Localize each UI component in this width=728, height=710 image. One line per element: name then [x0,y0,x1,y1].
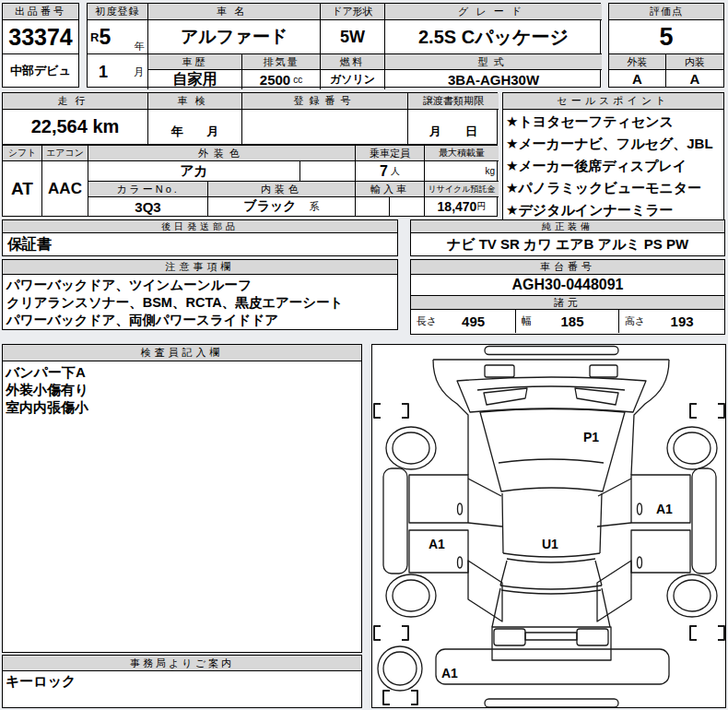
mileage-header: 走行 [3,93,148,110]
chassis-number: AGH30-0448091 [411,275,724,296]
fuel-header: 燃料 [321,54,384,70]
mileage-value: 22,564 km [3,110,148,144]
grade-header: グレード [385,4,602,20]
notes-box: 注意事項欄 パワーバックドア、ツインムーンルーフ クリアランスソナー、BSM、R… [2,259,398,330]
oem-equipment-value: ナビ TV SR カワ エアB アルミ PS PW [411,233,724,255]
aircon-col: エアコン AAC [42,146,88,216]
inspector-note-line: バンパー下A [3,363,361,381]
damage-marker-windshield: P1 [583,431,599,444]
displacement-col: 排気量 2500 cc [242,54,320,89]
auction-sheet: 出品番号 33374 中部デビュ 初度登録 R 5 年 1 月 車名 アルファー… [0,0,728,710]
sales-point-item: ★メーカー後席ディスプレイ [503,155,723,177]
exterior-color-value: アカ [88,161,299,181]
note-line: パワーバックドア、両側パワースライドドア [3,312,397,329]
car-damage-diagram: P1 A1 U1 A1 A1 [371,344,726,708]
transfer-deadline-value: 月 日 [408,110,499,144]
inspector-note-line: 室内内張傷小 [3,398,361,416]
max-load-value: kg [425,161,499,182]
score-box: 評価点 5 外装 A 内装 A [608,3,724,88]
grade-value: 2.5S Cパッケージ [385,20,602,54]
spec-length: 長さ 495 [411,310,516,333]
chassis-header: 車台番号 [411,260,724,275]
note-line: パワーバックドア、ツインムーンルーフ [3,277,397,294]
specs-header: 諸元 [411,296,724,310]
first-registration-header: 初度登録 [88,4,147,20]
car-outline-drawing [372,345,725,707]
history-value: 自家用 [148,70,241,89]
auction-number-header: 出品番号 [3,4,78,20]
capacity-value: 7 人 [356,161,424,182]
chassis-box: 車台番号 AGH30-0448091 諸元 長さ 495 幅 185 高さ 19… [410,259,725,335]
score-value: 5 [609,20,723,54]
damage-marker-right-front-door: A1 [656,503,673,516]
spec-height: 高さ 193 [619,310,724,333]
damage-marker-rear-bumper: A1 [441,667,458,680]
inspection-header: 車検 [148,93,242,110]
fuel-value: ガソリン [321,70,384,89]
interior-color-value: ブラック 系 [208,197,355,216]
displacement-value: 2500 cc [242,70,320,89]
sales-points-box: セールスポイント ★トヨタセーフティセンス ★メーカーナビ、フルセグ、JBL ★… [502,92,724,224]
sales-point-item: ★デジタルインナーミラー [503,199,723,221]
colors-col: 外装色 アカ カラーNo. 内装色 3Q3 ブラック 系 [88,146,356,216]
car-name-col: 車名 アルファード 車歴 自家用 排気量 2500 cc [148,4,321,89]
model-code-value: 3BA-AGH30W [385,70,602,89]
auction-venue: 中部デビュ [3,54,78,87]
displacement-header: 排気量 [242,54,320,70]
office-notice-line: キーロック [3,671,361,692]
transfer-deadline-header: 譲渡書類期限 [408,93,499,110]
auction-number-box: 出品番号 33374 中部デビュ [2,3,79,88]
recycle-deposit-header: リサイクル預託金 [425,182,499,197]
capacity-header: 乗車定員 [356,146,424,161]
registration-number-header: 登録番号 [242,93,408,110]
exterior-grade: A [609,70,665,87]
sales-points-header: セールスポイント [503,93,723,110]
mileage-registration-box: 走行 車検 登録番号 譲渡書類期限 22,564 km 年 月 月 日 [2,92,498,145]
first-registration-col: 初度登録 R 5 年 1 月 [88,4,148,89]
exterior-color-sub-cell [299,161,355,181]
aircon-header: エアコン [42,146,88,161]
oem-equipment-box: 純正装備 ナビ TV SR カワ エアB アルミ PS PW [410,219,725,256]
damage-marker-left-rear-door: A1 [429,538,445,551]
later-parts-header: 後日発送部品 [3,220,397,233]
office-notice-box: 事務局よりご案内 キーロック [2,655,362,708]
aircon-value: AAC [42,161,88,216]
max-load-col: 最大積載量 kg リサイクル預託金 18,470 円 [425,146,499,216]
shift-col: シフト AT [3,146,42,216]
grade-col: グレード 2.5S Cパッケージ 型式 3BA-AGH30W [385,4,602,89]
notes-header: 注意事項欄 [3,260,397,275]
damage-marker-floor: U1 [542,538,558,551]
history-col: 車歴 自家用 [148,54,242,89]
car-name: アルファード [148,20,320,54]
car-name-header: 車名 [148,4,320,20]
first-registration-month: 1 月 [88,54,147,89]
first-registration-year: R 5 年 [88,20,147,54]
sales-point-item: ★メーカーナビ、フルセグ、JBL [503,133,723,155]
import-car-cell-left [356,197,390,216]
inspector-note-line: 外装小傷有り [3,381,361,398]
import-car-header: 輸入車 [356,182,424,197]
note-line: クリアランスソナー、BSM、RCTA、黒皮エアーシート [3,294,397,312]
auction-number: 33374 [3,20,78,54]
inspector-notes-header: 検査員記入欄 [3,345,361,361]
interior-header: 内装 [666,54,723,70]
vehicle-summary-box: 初度登録 R 5 年 1 月 車名 アルファード 車歴 自家用 排気量 [87,3,601,88]
inspector-notes-box: 検査員記入欄 バンパー下A 外装小傷有り 室内内張傷小 [2,344,362,653]
registration-number-value [242,110,408,144]
sales-point-item: ★パノラミックビューモニター [503,177,723,199]
color-equipment-box: シフト AT エアコン AAC 外装色 アカ カラーNo. 内装色 3Q3 ブラ… [2,145,498,217]
interior-grade: A [666,70,723,87]
oem-equipment-header: 純正装備 [411,220,724,233]
door-shape-header: ドア形状 [321,4,384,20]
score-header: 評価点 [609,4,723,20]
later-parts-value: 保証書 [3,233,397,255]
sales-point-item: ★トヨタセーフティセンス [503,111,723,133]
history-header: 車歴 [148,54,241,70]
office-notice-header: 事務局よりご案内 [3,656,361,671]
exterior-color-header: 外装色 [88,146,355,161]
color-no-header: カラーNo. [88,182,208,197]
recycle-deposit-value: 18,470 円 [425,197,499,216]
shift-value: AT [3,161,41,216]
shift-header: シフト [3,146,41,161]
exterior-header: 外装 [609,54,665,70]
